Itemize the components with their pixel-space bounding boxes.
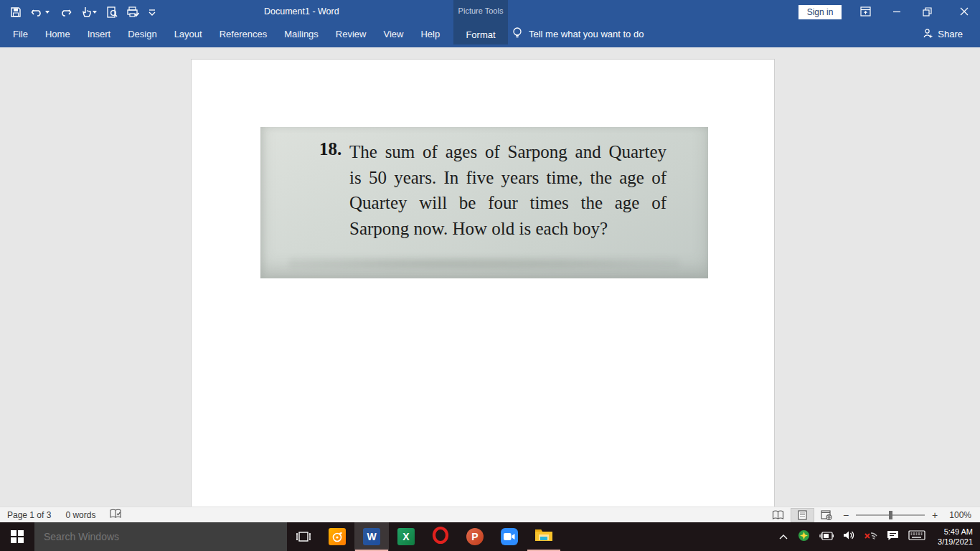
restore-icon[interactable] (920, 4, 934, 19)
lightbulb-icon (512, 27, 522, 42)
tell-me-box[interactable]: Tell me what you want to do (512, 24, 644, 44)
zoom-level[interactable]: 100% (949, 510, 971, 520)
antivirus-icon[interactable] (798, 529, 810, 545)
tab-layout[interactable]: Layout (166, 24, 211, 44)
start-button[interactable] (0, 522, 34, 551)
volume-icon[interactable] (843, 530, 855, 543)
search-input[interactable] (34, 531, 287, 542)
inserted-picture-math-problem[interactable]: 18. The sum of ages of Sarpong and Quart… (260, 127, 708, 278)
share-person-icon (923, 28, 933, 41)
tab-references[interactable]: References (211, 24, 275, 44)
share-label: Share (938, 29, 963, 39)
taskbar-app-excel[interactable]: X (389, 522, 423, 551)
problem-number: 18. (319, 139, 341, 159)
windows-logo-icon (11, 530, 24, 543)
taskbar-app-file-explorer[interactable] (527, 522, 561, 551)
tab-review[interactable]: Review (327, 24, 375, 44)
save-icon[interactable] (10, 6, 22, 18)
zoom-slider-handle[interactable] (889, 511, 892, 519)
picture-tools-label: Picture Tools (453, 6, 508, 15)
problem-line: is 50 years. In five years time, the age… (349, 165, 666, 191)
taskbar-app-opera[interactable] (423, 522, 458, 551)
status-bar-right: − + 100% (765, 508, 980, 522)
tab-design[interactable]: Design (119, 24, 165, 44)
taskbar-clock[interactable]: 5:49 AM 3/19/2021 (935, 527, 973, 547)
ribbon-display-options-icon[interactable] (858, 4, 872, 19)
touch-mouse-mode-icon[interactable] (81, 6, 97, 18)
tab-file[interactable]: File (4, 24, 37, 44)
taskbar-app-word[interactable]: W (354, 522, 389, 551)
title-bar: Document1 - Word Picture Tools Format Si… (0, 0, 980, 47)
touch-mode-dropdown-caret[interactable] (93, 11, 97, 14)
screen: Document1 - Word Picture Tools Format Si… (0, 0, 980, 551)
page-indicator[interactable]: Page 1 of 3 (7, 510, 51, 520)
clock-time: 5:49 AM (938, 527, 973, 537)
problem-line: Sarpong now. How old is each boy? (349, 216, 666, 242)
task-view-icon[interactable] (287, 522, 320, 551)
document-canvas[interactable]: 18. The sum of ages of Sarpong and Quart… (0, 47, 980, 507)
quick-access-toolbar (10, 0, 156, 24)
status-bar-left: Page 1 of 3 0 words (0, 509, 122, 522)
customize-quick-access-toolbar-icon[interactable] (149, 8, 156, 17)
taskbar-app-uc-browser[interactable] (320, 522, 354, 551)
taskbar-app-powerpoint[interactable]: P (458, 522, 492, 551)
hidden-icons-chevron-icon[interactable] (778, 530, 788, 543)
sign-in-button[interactable]: Sign in (798, 5, 842, 19)
undo-dropdown-caret[interactable] (45, 11, 50, 14)
read-mode-icon[interactable] (765, 509, 791, 522)
tab-view[interactable]: View (374, 24, 412, 44)
word-count[interactable]: 0 words (65, 510, 95, 520)
taskbar-search[interactable] (34, 522, 287, 551)
powerpoint-icon: P (466, 528, 484, 545)
notification-icon[interactable] (887, 530, 899, 544)
document-page[interactable]: 18. The sum of ages of Sarpong and Quart… (191, 59, 775, 507)
print-preview-icon[interactable] (106, 6, 118, 18)
battery-icon[interactable] (819, 530, 834, 543)
problem-text: The sum of ages of Sarpong and Quartey i… (349, 139, 666, 241)
system-tray: 5:49 AM 3/19/2021 (778, 522, 980, 551)
tab-insert[interactable]: Insert (79, 24, 120, 44)
tab-format[interactable]: Format (453, 29, 508, 40)
redo-icon[interactable] (59, 7, 72, 17)
status-bar: Page 1 of 3 0 words − + 100% (0, 507, 980, 522)
picture-tools-contextual-group: Picture Tools Format (453, 0, 508, 44)
web-layout-icon[interactable] (814, 509, 839, 522)
print-layout-icon[interactable] (791, 508, 814, 522)
quick-print-icon[interactable] (127, 6, 139, 18)
opera-icon (431, 526, 450, 547)
zoom-slider[interactable] (856, 514, 925, 516)
problem-line: The sum of ages of Sarpong and Quartey (349, 139, 666, 165)
no-network-icon[interactable] (864, 530, 877, 543)
windows-taskbar: W X P (0, 522, 980, 551)
zoom-app-icon (501, 528, 518, 545)
ribbon-tab-row: File Home Insert Design Layout Reference… (4, 24, 448, 44)
keyboard-icon[interactable] (908, 530, 925, 543)
file-explorer-icon (534, 527, 553, 546)
tell-me-label: Tell me what you want to do (529, 29, 644, 39)
uc-browser-icon (329, 528, 346, 545)
excel-icon: X (397, 528, 415, 545)
minimize-icon[interactable] (890, 4, 904, 19)
tab-home[interactable]: Home (37, 24, 79, 44)
problem-line: Quartey will be four times the age of (349, 190, 666, 216)
zoom-out-button[interactable]: − (839, 509, 853, 521)
zoom-in-button[interactable]: + (928, 509, 942, 521)
clock-date: 3/19/2021 (938, 537, 973, 547)
word-icon: W (363, 528, 380, 545)
close-icon[interactable] (957, 4, 971, 19)
taskbar-app-zoom[interactable] (492, 522, 527, 551)
tab-mailings[interactable]: Mailings (275, 24, 327, 44)
share-button[interactable]: Share (923, 24, 963, 44)
undo-icon[interactable] (31, 7, 50, 17)
window-title: Document1 - Word (264, 0, 339, 24)
tab-help[interactable]: Help (412, 24, 448, 44)
proofing-icon[interactable] (110, 509, 122, 522)
